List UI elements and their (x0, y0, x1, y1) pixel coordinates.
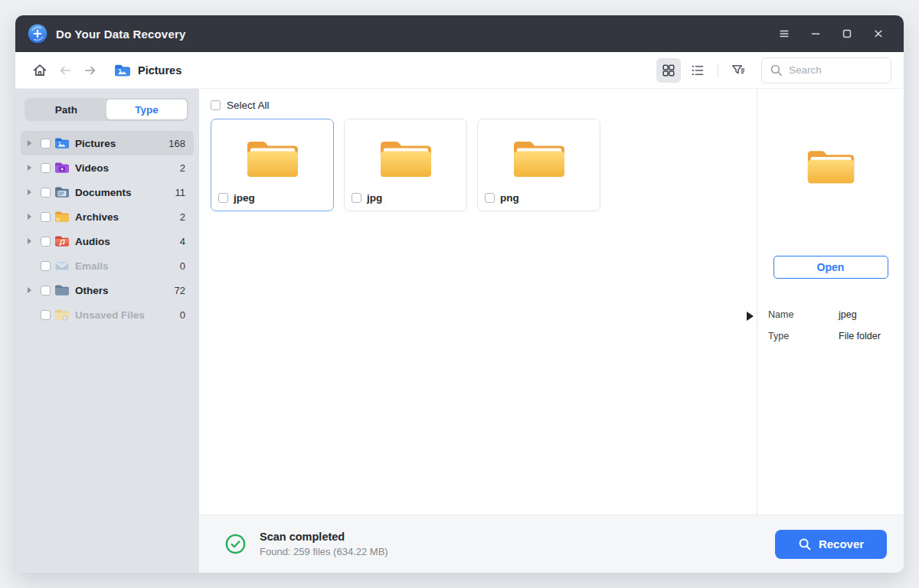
expand-arrow-icon[interactable] (28, 214, 38, 220)
app-logo-icon (28, 24, 47, 44)
folder-card-jpg[interactable]: jpg (344, 119, 467, 211)
pictures-folder-icon (54, 137, 70, 149)
sidebar: Path Type Pictures 168 (15, 89, 199, 573)
tab-path[interactable]: Path (26, 100, 106, 119)
select-all-checkbox[interactable] (211, 100, 221, 110)
search-icon (798, 537, 812, 551)
expand-arrow-icon[interactable] (28, 165, 38, 171)
folder-name: jpeg (234, 192, 255, 204)
panel-collapse-icon[interactable] (747, 312, 754, 321)
recover-button[interactable]: Recover (775, 530, 887, 559)
home-icon[interactable] (29, 60, 51, 81)
sidebar-item-documents[interactable]: Documents 11 (21, 180, 194, 204)
titlebar: Do Your Data Recovery (15, 15, 904, 52)
menu-icon[interactable] (774, 24, 794, 44)
sidebar-item-count: 2 (180, 162, 185, 174)
main-column: Select All (199, 89, 904, 573)
folder-checkbox[interactable] (218, 193, 228, 203)
content-row: Select All (199, 89, 904, 514)
card-footer: jpeg (211, 192, 333, 211)
sidebar-item-count: 72 (175, 285, 185, 296)
unsaved-files-folder-icon (54, 309, 70, 321)
detail-panel: Open Name jpeg Type File folder (757, 89, 904, 514)
videos-folder-icon (54, 162, 70, 174)
sidebar-item-label: Emails (75, 260, 180, 272)
expand-arrow-icon[interactable] (28, 238, 38, 244)
sidebar-item-label: Unsaved Files (75, 309, 180, 321)
close-icon[interactable] (868, 24, 888, 44)
filter-icon[interactable] (726, 58, 751, 83)
folder-name: jpg (367, 192, 382, 204)
sidebar-item-label: Videos (75, 162, 180, 174)
check-circle-icon (225, 534, 246, 554)
sidebar-item-pictures[interactable]: Pictures 168 (21, 131, 194, 155)
recover-button-label: Recover (819, 537, 864, 550)
app-body: Path Type Pictures 168 (15, 89, 904, 573)
folder-checkbox[interactable] (485, 193, 495, 203)
sidebar-item-label: Archives (75, 211, 180, 223)
sidebar-item-archives[interactable]: Archives 2 (21, 204, 194, 229)
card-footer: png (478, 192, 600, 211)
others-folder-icon (54, 284, 70, 296)
select-all[interactable]: Select All (211, 96, 745, 114)
folder-icon (211, 119, 333, 192)
pictures-folder-icon (114, 64, 131, 77)
detail-rows: Name jpeg Type File folder (757, 304, 904, 347)
minimize-icon[interactable] (806, 24, 826, 44)
search-input[interactable] (789, 64, 883, 76)
breadcrumb-label: Pictures (138, 64, 182, 77)
archives-folder-icon (54, 211, 70, 223)
sidebar-item-count: 4 (180, 236, 185, 247)
status-bar: Scan completed Found: 259 files (634.22 … (199, 514, 904, 573)
expand-arrow-icon[interactable] (28, 140, 38, 146)
toolbar-divider (718, 64, 718, 77)
sidebar-item-count: 168 (168, 138, 185, 149)
sidebar-item-emails[interactable]: Emails 0 (21, 253, 194, 278)
folder-card-png[interactable]: png (477, 119, 600, 211)
sidebar-item-unsaved-files[interactable]: Unsaved Files 0 (21, 302, 194, 327)
sidebar-item-count: 0 (180, 309, 185, 321)
grid-view-icon[interactable] (656, 58, 681, 83)
expand-arrow-icon[interactable] (28, 287, 38, 293)
breadcrumb[interactable]: Pictures (114, 64, 182, 77)
window-title: Do Your Data Recovery (56, 28, 186, 41)
sidebar-item-others[interactable]: Others 72 (21, 278, 194, 302)
back-icon[interactable] (54, 60, 76, 81)
maximize-icon[interactable] (837, 24, 857, 44)
folder-cards: jpeg (211, 119, 745, 211)
checkbox[interactable] (41, 237, 51, 247)
file-grid-area: Select All (199, 89, 757, 514)
detail-label: Name (768, 309, 839, 320)
forward-icon[interactable] (80, 60, 101, 81)
checkbox[interactable] (41, 261, 51, 271)
folder-name: png (500, 192, 519, 204)
sidebar-item-label: Audios (75, 236, 180, 247)
sidebar-item-audios[interactable]: Audios 4 (21, 229, 194, 253)
documents-folder-icon (54, 186, 70, 198)
select-all-label: Select All (227, 100, 270, 111)
checkbox[interactable] (41, 188, 51, 198)
checkbox[interactable] (41, 310, 51, 320)
tab-type[interactable]: Type (106, 100, 187, 119)
status-texts: Scan completed Found: 259 files (634.22 … (260, 531, 388, 557)
sidebar-item-count: 0 (180, 260, 185, 272)
folder-icon (345, 119, 466, 192)
sidebar-item-count: 2 (180, 211, 185, 223)
checkbox[interactable] (41, 163, 51, 173)
open-button[interactable]: Open (773, 256, 888, 279)
expand-arrow-icon[interactable] (28, 189, 38, 195)
detail-row-type: Type File folder (768, 325, 893, 347)
list-view-icon[interactable] (685, 58, 710, 83)
checkbox[interactable] (41, 212, 51, 222)
status-subtitle: Found: 259 files (634.22 MB) (260, 546, 388, 557)
checkbox[interactable] (41, 286, 51, 296)
folder-checkbox[interactable] (352, 193, 361, 203)
sidebar-item-videos[interactable]: Videos 2 (21, 155, 194, 180)
path-type-toggle: Path Type (25, 98, 188, 121)
folder-icon (478, 119, 600, 192)
app-window: Do Your Data Recovery (15, 15, 904, 573)
preview-folder-icon (806, 145, 856, 189)
detail-row-name: Name jpeg (768, 304, 893, 325)
checkbox[interactable] (41, 139, 51, 149)
folder-card-jpeg[interactable]: jpeg (211, 119, 334, 211)
